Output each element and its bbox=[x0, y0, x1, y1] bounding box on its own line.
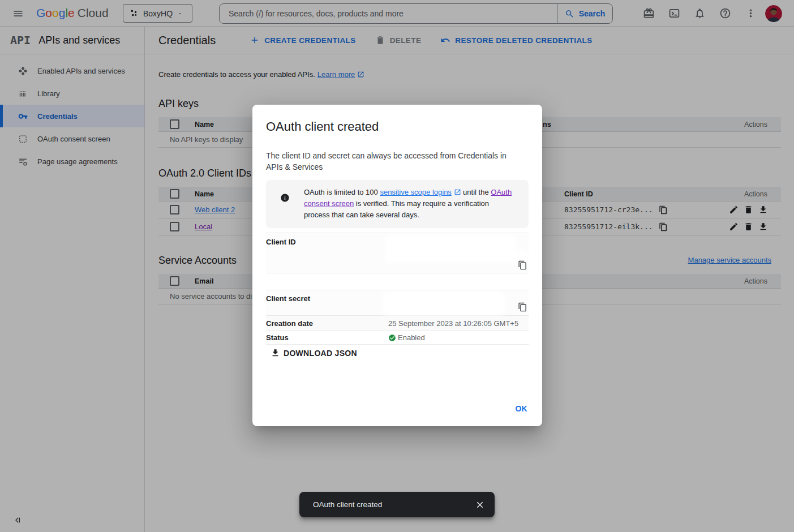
check-circle-icon bbox=[388, 334, 396, 342]
download-icon bbox=[271, 348, 280, 358]
creation-date-row: Creation date 25 September 2023 at 10:26… bbox=[266, 316, 529, 331]
info-icon bbox=[280, 193, 290, 203]
dialog-subtitle: The client ID and secret can always be a… bbox=[266, 150, 518, 173]
status-row: Status Enabled bbox=[266, 331, 529, 345]
oauth-client-created-dialog: OAuth client created The client ID and s… bbox=[252, 105, 542, 426]
status-badge: Enabled bbox=[398, 333, 425, 342]
creation-date-value: 25 September 2023 at 10:26:05 GMT+5 bbox=[388, 319, 518, 328]
status-value-wrap: Enabled bbox=[388, 333, 425, 342]
notice-mid: until the bbox=[461, 188, 491, 196]
copy-icon[interactable] bbox=[518, 302, 527, 312]
client-id-row: Client ID bbox=[266, 233, 529, 273]
verification-notice: OAuth is limited to 100 sensitive scope … bbox=[266, 180, 529, 228]
snackbar: OAuth client created bbox=[299, 492, 495, 517]
sensitive-scope-logins-link[interactable]: sensitive scope logins bbox=[380, 188, 451, 196]
dialog-title: OAuth client created bbox=[266, 119, 379, 134]
external-link-icon bbox=[454, 188, 461, 196]
creation-date-label: Creation date bbox=[266, 319, 313, 328]
download-json-button[interactable]: DOWNLOAD JSON bbox=[271, 348, 357, 358]
snackbar-message: OAuth client created bbox=[313, 500, 382, 509]
download-json-label: DOWNLOAD JSON bbox=[284, 349, 357, 358]
client-id-label: Client ID bbox=[266, 238, 296, 246]
redacted-client-secret bbox=[384, 293, 503, 314]
client-secret-label: Client secret bbox=[266, 294, 310, 303]
ok-button[interactable]: OK bbox=[515, 404, 527, 413]
close-icon[interactable] bbox=[475, 500, 485, 510]
redacted-client-id bbox=[387, 237, 514, 251]
copy-icon[interactable] bbox=[518, 260, 527, 270]
notice-pre: OAuth is limited to 100 bbox=[304, 188, 380, 196]
notice-text: OAuth is limited to 100 sensitive scope … bbox=[304, 187, 513, 221]
client-secret-row: Client secret bbox=[266, 290, 529, 316]
status-label: Status bbox=[266, 333, 289, 342]
redacted-client-id bbox=[387, 252, 528, 261]
